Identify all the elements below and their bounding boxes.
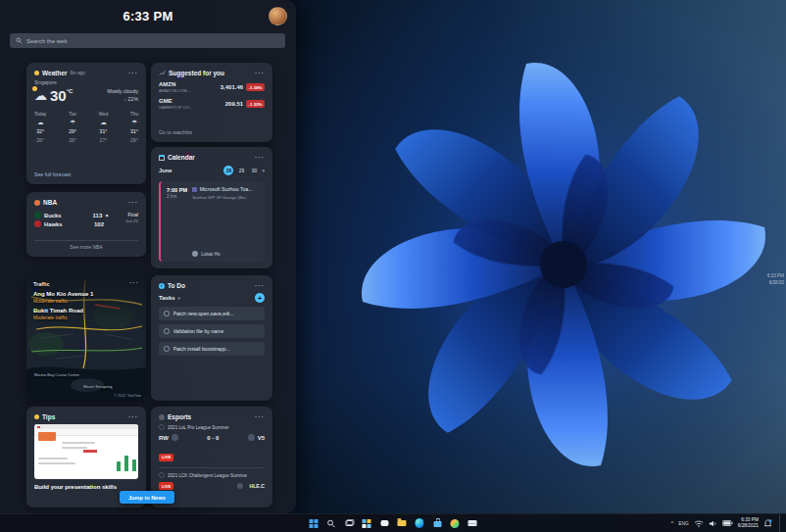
- event-time: 7:00 PM: [167, 186, 187, 194]
- league-icon: [159, 472, 165, 478]
- sun-icon: [32, 86, 37, 91]
- forecast-day[interactable]: Thu ☂ 31° 26°: [130, 111, 138, 144]
- calendar-day-chip[interactable]: 29: [236, 166, 246, 175]
- weather-widget[interactable]: Weather 6m ago ··· Singapore ☁ 30°C Most…: [26, 63, 146, 184]
- traffic-widget[interactable]: Traffic ··· Ang Mo Kio Avenue 1 Moderate…: [26, 275, 146, 401]
- weather-updated: 6m ago: [71, 71, 85, 75]
- tips-menu-icon[interactable]: ···: [128, 415, 138, 419]
- calendar-widget-icon: [159, 155, 165, 161]
- game-date: Jun 25: [113, 218, 138, 225]
- weather-location: Singapore: [34, 79, 138, 85]
- event-attendee: Lukas Ho: [192, 245, 259, 257]
- tray-date: 6/28/2021: [738, 523, 759, 529]
- esports-team-logo: [248, 434, 255, 441]
- cloud-icon: ☁: [34, 89, 47, 102]
- network-icon[interactable]: [694, 519, 704, 528]
- traffic-menu-icon[interactable]: ···: [129, 281, 139, 287]
- weather-menu-icon[interactable]: ···: [128, 72, 138, 75]
- forecast-day[interactable]: Today ☁ 32° 26°: [34, 111, 46, 144]
- forecast-day[interactable]: Tue ☂ 29° 26°: [69, 111, 76, 144]
- taskbar: ^ ENG 6:33 PM 6/28/2021: [0, 513, 786, 532]
- battery-icon[interactable]: [722, 519, 733, 527]
- go-to-watchlist-link[interactable]: Go to watchlist: [159, 129, 265, 135]
- todo-menu-icon[interactable]: ···: [255, 284, 265, 288]
- chat-icon[interactable]: [378, 517, 391, 530]
- add-task-button[interactable]: +: [255, 293, 265, 303]
- widgets-panel: 6:33 PM Weather 6m ago ··· Singapore ☁ 3…: [0, 0, 296, 513]
- esports-menu-icon[interactable]: ···: [255, 415, 265, 419]
- edge-icon[interactable]: [414, 517, 426, 530]
- stock-row[interactable]: GME GAMESTOP CO... 209.51 -1.32%: [159, 98, 265, 110]
- team-row: Hawks 102: [34, 220, 108, 227]
- map-attribution: © 2021 TomTom: [114, 394, 141, 398]
- jump-to-news-button[interactable]: Jump to News: [120, 491, 174, 504]
- user-avatar[interactable]: [269, 7, 287, 25]
- esports-match[interactable]: 2021 LCK Challengers League Summer: [159, 472, 265, 478]
- task-checkbox[interactable]: [164, 346, 170, 352]
- nba-game[interactable]: Bucks 113 ◀ Hawks 102 Final Jun 25: [34, 210, 138, 227]
- task-checkbox[interactable]: [164, 328, 170, 334]
- tray-clock[interactable]: 6:33 PM 6/28/2021: [738, 517, 759, 529]
- calendar-day-chip[interactable]: 28: [223, 166, 233, 175]
- start-icon[interactable]: [308, 517, 320, 530]
- see-full-forecast-link[interactable]: See full forecast: [34, 171, 138, 177]
- calendar-expand-icon[interactable]: ▾: [262, 168, 265, 173]
- nba-widget-icon: [34, 200, 40, 206]
- live-badge: LIVE: [159, 482, 173, 490]
- hidden-icons-caret[interactable]: ^: [670, 520, 673, 526]
- taskbar-search-icon[interactable]: [325, 517, 338, 530]
- stock-row[interactable]: AMZN AMAZON.COM... 3,401.46 -1.38%: [159, 81, 265, 93]
- task-view-icon[interactable]: [343, 517, 356, 530]
- stock-price: 3,401.46: [221, 84, 243, 90]
- esports-match[interactable]: 2021 LoL Pro League Summer: [159, 424, 265, 430]
- task-item[interactable]: Validation file by name: [159, 324, 265, 338]
- precipitation-arrow-icon: ↓: [124, 96, 127, 102]
- file-explorer-icon[interactable]: [396, 517, 409, 530]
- volume-icon[interactable]: [709, 519, 717, 528]
- store-icon[interactable]: [431, 517, 444, 530]
- see-more-nba-link[interactable]: See more NBA: [34, 240, 138, 250]
- stock-change-badge: -1.32%: [246, 100, 265, 108]
- search-input[interactable]: [26, 38, 279, 44]
- hawks-logo: [34, 220, 41, 227]
- tips-widget-icon: [34, 414, 39, 419]
- calendar-day-chip[interactable]: 30: [249, 166, 259, 175]
- mail-icon[interactable]: [467, 517, 479, 530]
- forecast-weather-icon: ☁: [99, 118, 108, 127]
- widgets-icon[interactable]: [361, 517, 373, 530]
- forecast-weather-icon: ☂: [69, 118, 76, 127]
- calendar-event[interactable]: 7:00 PM 2 hrs Microsoft Suzhou Toa... Su…: [159, 181, 265, 262]
- search-icon: [16, 37, 23, 44]
- traffic-road: Ang Mo Kio Avenue 1: [33, 291, 139, 297]
- traffic-status: Moderate traffic: [33, 314, 139, 320]
- stocks-widget[interactable]: Suggested for you ··· AMZN AMAZON.COM...…: [151, 63, 272, 142]
- language-indicator[interactable]: ENG: [678, 521, 688, 526]
- nba-menu-icon[interactable]: ···: [128, 201, 138, 205]
- weather-title: Weather: [42, 70, 68, 76]
- task-item[interactable]: Patch new,open,save,edi...: [159, 307, 265, 320]
- nba-widget[interactable]: NBA ··· Bucks 113 ◀ Hawks 102 Final Jun: [26, 192, 146, 257]
- todo-list-chevron-icon[interactable]: ▾: [178, 296, 180, 301]
- stock-price: 209.51: [225, 101, 243, 107]
- weather-forecast: Today ☁ 32° 26° Tue ☂ 29° 26° Wed ☁ 31° …: [34, 111, 138, 144]
- show-desktop-button[interactable]: [779, 514, 782, 532]
- search-bar[interactable]: [10, 33, 285, 48]
- task-item[interactable]: Patch install bootstrapp...: [159, 342, 265, 356]
- esports-team: V5: [258, 435, 265, 441]
- forecast-day[interactable]: Wed ☁ 31° 27°: [99, 111, 108, 144]
- stocks-title: Suggested for you: [169, 70, 224, 76]
- winner-arrow-icon: ◀: [105, 214, 108, 218]
- calendar-menu-icon[interactable]: ···: [255, 156, 265, 160]
- forecast-weather-icon: ☂: [130, 118, 138, 127]
- tips-title: Tips: [42, 413, 55, 420]
- notifications-icon[interactable]: [763, 519, 772, 528]
- calendar-widget[interactable]: Calendar ··· June 28 29 30 ▾ 7:00 PM 2 h…: [151, 147, 272, 268]
- todo-widget[interactable]: ✓ To Do ··· Tasks ▾ + Patch new,open,sav…: [151, 275, 272, 401]
- wallpaper-bloom: [289, 0, 786, 532]
- task-checkbox[interactable]: [164, 311, 170, 316]
- photos-icon[interactable]: [449, 517, 462, 530]
- map-label: Mount Serapong: [83, 384, 113, 389]
- todo-title: To Do: [168, 282, 185, 289]
- stocks-menu-icon[interactable]: ···: [255, 72, 265, 75]
- todo-list-name[interactable]: Tasks: [159, 295, 175, 301]
